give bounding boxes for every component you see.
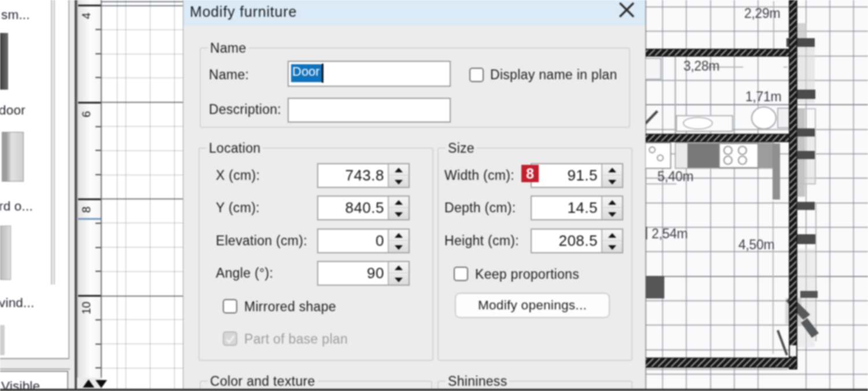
svg-text:3,28m: 3,28m: [683, 58, 719, 73]
svg-text:1,71m: 1,71m: [745, 89, 781, 104]
svg-text:5,40m: 5,40m: [657, 169, 693, 184]
svg-text:2,54m: 2,54m: [652, 226, 687, 241]
svg-text:4,50m: 4,50m: [738, 237, 774, 252]
svg-text:2,29m: 2,29m: [744, 6, 780, 21]
